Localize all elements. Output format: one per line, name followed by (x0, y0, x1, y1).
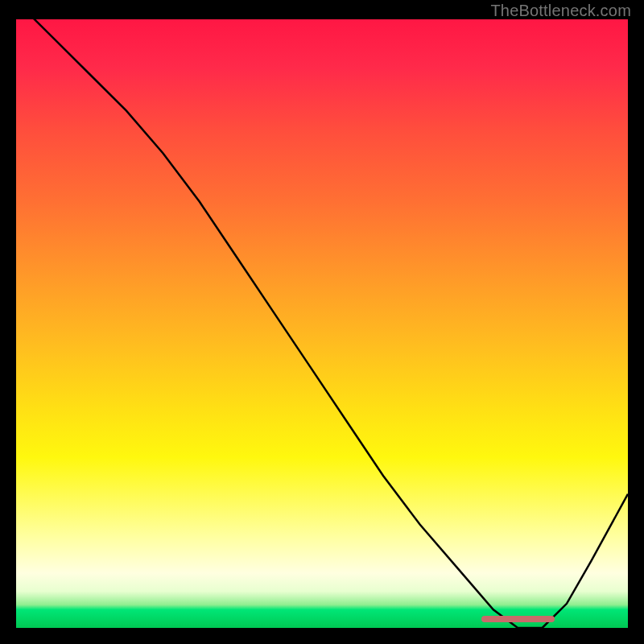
watermark-text: TheBottleneck.com (490, 2, 631, 20)
bottleneck-curve (16, 19, 628, 628)
optimal-range-marker (481, 616, 555, 622)
chart-plot-area (16, 19, 628, 628)
